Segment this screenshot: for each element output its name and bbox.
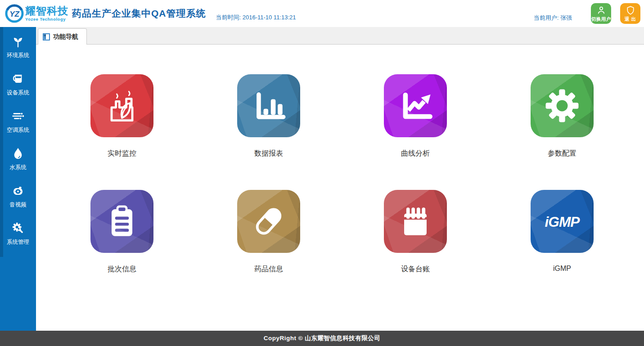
- app-cell-parameter-config: 参数配置: [531, 74, 594, 158]
- app-cell-curve-analysis: 曲线分析: [384, 74, 447, 158]
- wind-icon: [9, 108, 27, 125]
- logout-button[interactable]: 退 出: [620, 3, 640, 24]
- app-label: 曲线分析: [401, 149, 430, 158]
- logo-brand-text: 耀智科技: [25, 6, 68, 16]
- svg-text:YZ: YZ: [9, 10, 19, 18]
- sidebar-item-water-system[interactable]: 水系统: [0, 145, 36, 182]
- camera-icon: [9, 182, 27, 199]
- footer: CopyRight © 山东耀智信息科技有限公司: [0, 331, 644, 346]
- app-label: 设备台账: [401, 265, 430, 274]
- app-tile-realtime-monitoring[interactable]: [90, 74, 153, 137]
- sidebar-item-audio-video[interactable]: 音视频: [0, 182, 36, 220]
- header: YZ 耀智科技 Yozee Technology 药品生产企业集中QA管理系统 …: [0, 0, 644, 27]
- clipboard-icon: [100, 200, 144, 243]
- sidebar: 环境系统 设备系统: [0, 27, 36, 331]
- sidebar-item-label: 空调系统: [7, 126, 29, 134]
- sidebar-item-label: 音视频: [9, 201, 27, 209]
- app-cell-drug-info: 药品信息: [237, 190, 300, 274]
- content: 实时监控 数据报表: [36, 45, 644, 331]
- sidebar-item-label: 设备系统: [7, 89, 29, 97]
- logo-sub-text: Yozee Technology: [25, 17, 68, 22]
- app-tile-curve-analysis[interactable]: [384, 74, 447, 137]
- line-chart-icon: [394, 84, 437, 127]
- app-tile-data-reports[interactable]: [237, 74, 300, 137]
- seedling-icon: [9, 33, 27, 50]
- app-cell-batch-info: 批次信息: [90, 190, 153, 274]
- logout-label: 退 出: [625, 16, 636, 22]
- main-area: 功能导航: [36, 27, 644, 331]
- app-tile-batch-info[interactable]: [90, 190, 153, 253]
- switch-user-button[interactable]: 切换用户: [591, 3, 611, 24]
- app-label: 参数配置: [548, 149, 576, 158]
- app-cell-data-reports: 数据报表: [237, 74, 300, 158]
- window-layout-icon: [43, 33, 50, 40]
- capsule-icon: [247, 200, 290, 243]
- page: YZ 耀智科技 Yozee Technology 药品生产企业集中QA管理系统 …: [0, 0, 644, 346]
- sidebar-item-system-management[interactable]: 系统管理: [0, 220, 36, 257]
- water-drop-icon: [9, 145, 27, 162]
- igmp-text: iGMP: [545, 214, 580, 230]
- switch-user-label: 切换用户: [591, 16, 611, 22]
- app-cell-realtime-monitoring: 实时监控: [90, 74, 153, 158]
- current-time-label: 当前时间: 2016-11-10 11:13:21: [216, 13, 296, 27]
- app-tile-equipment-ledger[interactable]: [384, 190, 447, 253]
- app-tile-igmp[interactable]: iGMP: [531, 190, 594, 253]
- logo-yz-icon: YZ: [5, 4, 24, 23]
- igmp-logo-icon: iGMP: [540, 200, 584, 243]
- app-label: iGMP: [553, 265, 571, 273]
- copyright-text: CopyRight © 山东耀智信息科技有限公司: [264, 334, 381, 342]
- app-cell-igmp: iGMP iGMP: [531, 190, 594, 274]
- sidebar-item-equipment-system[interactable]: 设备系统: [0, 70, 36, 108]
- tab-function-navigation[interactable]: 功能导航: [38, 28, 87, 45]
- shield-icon: [625, 5, 636, 16]
- tab-label: 功能导航: [53, 33, 78, 41]
- sidebar-item-label: 系统管理: [7, 238, 29, 246]
- app-cell-equipment-ledger: 设备台账: [384, 190, 447, 274]
- app-label: 批次信息: [108, 265, 136, 274]
- gear-icon: [540, 84, 584, 127]
- app-grid: 实时监控 数据报表: [36, 45, 644, 274]
- tab-bar: 功能导航: [36, 27, 644, 45]
- sidebar-nav: 环境系统 设备系统: [0, 27, 36, 257]
- app-label: 数据报表: [254, 149, 283, 158]
- current-user-label: 当前用户: 张强: [534, 14, 572, 24]
- bucket-icon: [9, 70, 27, 87]
- gear-wrench-icon: [9, 220, 27, 237]
- calendar-icon: [394, 200, 437, 243]
- app-label: 药品信息: [254, 265, 283, 274]
- sidebar-item-label: 水系统: [9, 164, 27, 171]
- sidebar-item-hvac-system[interactable]: 空调系统: [0, 108, 36, 145]
- app-label: 实时监控: [108, 149, 136, 158]
- person-icon: [596, 5, 607, 16]
- sidebar-item-label: 环境系统: [7, 52, 29, 59]
- app-tile-drug-info[interactable]: [237, 190, 300, 253]
- app-tile-parameter-config[interactable]: [531, 74, 594, 137]
- page-title: 药品生产企业集中QA管理系统: [72, 7, 206, 20]
- bar-chart-icon: [247, 84, 290, 127]
- sidebar-item-environment-system[interactable]: 环境系统: [0, 33, 36, 70]
- company-logo: YZ 耀智科技 Yozee Technology: [5, 4, 68, 23]
- eco-factory-icon: [100, 84, 144, 127]
